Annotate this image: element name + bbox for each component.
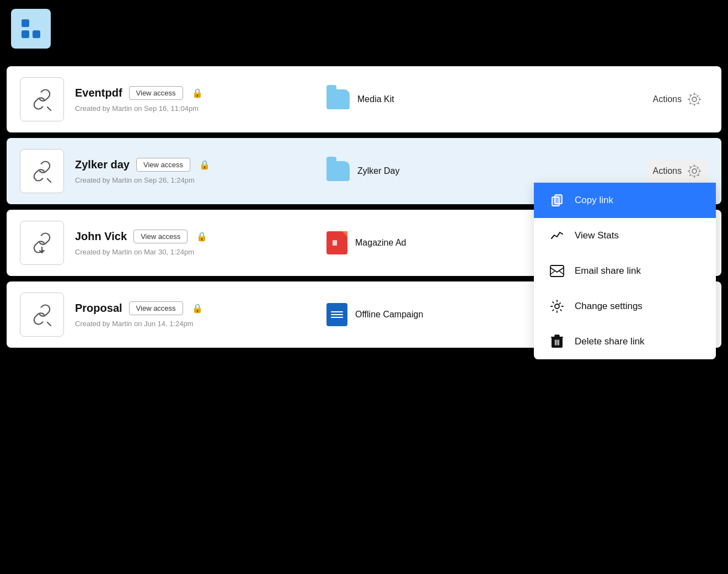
pdf-icon-johnvick <box>326 231 347 254</box>
folder-name-zylkerday: Zylker Day <box>357 166 399 176</box>
folder-name-eventpdf: Media Kit <box>357 94 394 104</box>
lock-icon-johnvick: 🔒 <box>196 231 207 242</box>
top-bar <box>0 0 728 57</box>
card-info-johnvick: John Vick View access 🔒 Created by Marti… <box>75 230 207 256</box>
svg-point-2 <box>692 169 697 173</box>
dropdown-menu-zylkerday: Copy link View Stats <box>534 183 716 359</box>
logo-dots <box>17 15 45 42</box>
card-middle-eventpdf: Media Kit <box>315 89 611 109</box>
dropdown-item-copy-link[interactable]: Copy link <box>534 183 716 218</box>
actions-wrapper-zylkerday: Actions <box>646 160 708 183</box>
card-meta-zylkerday: Created by Martin on Sep 26, 1:24pm <box>75 176 210 184</box>
settings-svg <box>550 299 564 313</box>
card-middle-zylkerday: Zylker Day <box>315 161 611 181</box>
svg-point-7 <box>555 304 559 309</box>
stats-svg <box>550 228 564 243</box>
file-name-johnvick: Magazine Ad <box>355 238 406 248</box>
link-icon-box-proposal <box>20 293 64 337</box>
folder-icon-eventpdf <box>326 89 350 109</box>
gear-icon-zylkerday <box>687 164 702 178</box>
view-access-btn-johnvick[interactable]: View access <box>133 230 188 243</box>
link-icon-box-zylkerday <box>20 149 64 193</box>
view-access-label-proposal: View access <box>136 304 176 312</box>
title-text-proposal: Proposal <box>75 302 122 315</box>
app-logo <box>11 9 51 49</box>
card-eventpdf: Eventpdf View access 🔒 Created by Martin… <box>7 66 721 132</box>
link-icon-eventpdf <box>30 87 54 111</box>
link-icon-box-eventpdf <box>20 77 64 121</box>
view-access-btn-eventpdf[interactable]: View access <box>129 86 183 100</box>
card-left-proposal: Proposal View access 🔒 Created by Martin… <box>7 281 315 348</box>
view-stats-label: View Stats <box>575 230 619 241</box>
doc-icon-proposal <box>326 303 347 326</box>
card-meta-eventpdf: Created by Martin on Sep 16, 11:04pm <box>75 104 203 113</box>
copy-link-label: Copy link <box>575 195 613 206</box>
view-access-label-zylkerday: View access <box>143 161 183 169</box>
lock-icon-proposal: 🔒 <box>192 303 203 313</box>
gear-icon-eventpdf <box>687 92 702 107</box>
email-svg <box>550 265 564 277</box>
card-title-zylkerday: Zylker day View access 🔒 <box>75 158 210 172</box>
svg-rect-6 <box>550 265 564 277</box>
delete-share-label: Delete share link <box>575 336 645 347</box>
link-icon-zylkerday <box>30 159 54 183</box>
doc-line-2 <box>331 314 343 315</box>
link-icon-proposal <box>30 302 54 327</box>
email-icon <box>549 263 565 279</box>
title-text-eventpdf: Eventpdf <box>75 87 122 99</box>
card-left-zylkerday: Zylker day View access 🔒 Created by Mart… <box>7 138 315 204</box>
cards-container: Eventpdf View access 🔒 Created by Martin… <box>7 66 721 348</box>
card-info-eventpdf: Eventpdf View access 🔒 Created by Martin… <box>75 86 203 113</box>
svg-rect-9 <box>555 335 559 337</box>
title-text-zylkerday: Zylker day <box>75 158 130 171</box>
dropdown-item-delete-link[interactable]: Delete share link <box>534 324 716 359</box>
card-meta-johnvick: Created by Martin on Mar 30, 1:24pm <box>75 248 207 256</box>
card-left-eventpdf: Eventpdf View access 🔒 Created by Martin… <box>7 66 315 132</box>
view-access-label-eventpdf: View access <box>136 89 176 97</box>
card-info-proposal: Proposal View access 🔒 Created by Martin… <box>75 301 203 328</box>
actions-btn-zylkerday[interactable]: Actions <box>646 160 708 183</box>
dot-3 <box>22 30 29 38</box>
card-title-eventpdf: Eventpdf View access 🔒 <box>75 86 203 100</box>
title-text-johnvick: John Vick <box>75 230 127 243</box>
lock-icon-eventpdf: 🔒 <box>192 88 203 98</box>
card-title-proposal: Proposal View access 🔒 <box>75 301 203 315</box>
card-zylkerday: Zylker day View access 🔒 Created by Mart… <box>7 138 721 204</box>
svg-rect-5 <box>552 197 559 206</box>
actions-btn-eventpdf[interactable]: Actions <box>646 88 708 111</box>
link-icon-johnvick <box>30 231 54 255</box>
view-access-btn-proposal[interactable]: View access <box>129 301 183 315</box>
link-icon-box-johnvick <box>20 221 64 265</box>
dropdown-item-change-settings[interactable]: Change settings <box>534 289 716 324</box>
doc-line-3 <box>331 317 343 318</box>
doc-line-1 <box>331 311 343 312</box>
actions-label-eventpdf: Actions <box>653 94 682 104</box>
card-right-zylkerday: Actions <box>611 160 721 183</box>
delete-svg <box>551 334 563 349</box>
dropdown-item-view-stats[interactable]: View Stats <box>534 218 716 253</box>
copy-icon <box>549 193 565 208</box>
folder-icon-zylkerday <box>326 161 350 181</box>
dot-1 <box>22 19 29 27</box>
file-name-proposal: Offline Campaign <box>355 310 423 320</box>
copy-link-svg <box>550 194 564 207</box>
card-left-johnvick: John Vick View access 🔒 Created by Marti… <box>7 210 315 276</box>
card-meta-proposal: Created by Martin on Jun 14, 1:24pm <box>75 320 203 328</box>
email-share-label: Email share link <box>575 265 641 277</box>
view-access-label-johnvick: View access <box>141 232 180 241</box>
dropdown-item-email-share[interactable]: Email share link <box>534 253 716 289</box>
card-title-johnvick: John Vick View access 🔒 <box>75 230 207 243</box>
dot-4 <box>33 30 40 38</box>
actions-label-zylkerday: Actions <box>653 166 682 176</box>
card-right-eventpdf: Actions <box>611 88 721 111</box>
view-access-btn-zylkerday[interactable]: View access <box>136 158 190 172</box>
svg-point-0 <box>692 97 697 102</box>
card-info-zylkerday: Zylker day View access 🔒 Created by Mart… <box>75 158 210 184</box>
stats-icon <box>549 228 565 243</box>
lock-icon-zylkerday: 🔒 <box>199 160 210 170</box>
settings-icon <box>549 299 565 314</box>
change-settings-label: Change settings <box>575 301 643 312</box>
delete-icon <box>549 334 565 349</box>
dot-2 <box>33 19 40 27</box>
